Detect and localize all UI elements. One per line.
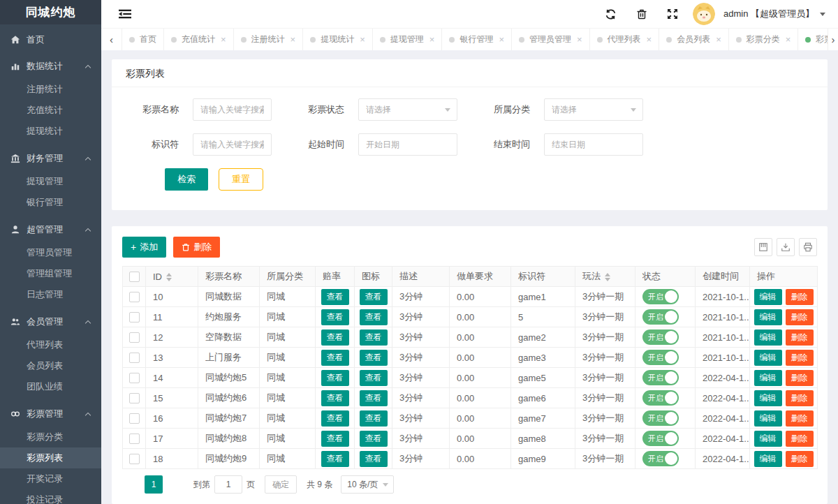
refresh-icon[interactable] (605, 8, 617, 20)
view-icon-button[interactable]: 查看 (360, 309, 388, 325)
sidebar-item-register-stats[interactable]: 注册统计 (0, 79, 101, 100)
row-checkbox[interactable] (129, 312, 140, 323)
sidebar-item-bet-records[interactable]: 投注记录 (0, 489, 101, 504)
close-icon[interactable]: × (499, 35, 504, 44)
export-icon[interactable] (777, 238, 795, 256)
sort-icon[interactable] (166, 273, 172, 281)
delete-row-button[interactable]: 删除 (786, 370, 814, 386)
fullscreen-icon[interactable] (666, 8, 679, 20)
tab-home[interactable]: 首页 (122, 29, 164, 50)
sidebar-section-finance[interactable]: 财务管理 (0, 147, 101, 170)
sidebar-item-lottery-category[interactable]: 彩票分类 (0, 427, 101, 447)
status-toggle[interactable]: 开启 (642, 329, 679, 345)
edit-button[interactable]: 编辑 (754, 431, 782, 447)
status-toggle[interactable]: 开启 (642, 390, 679, 406)
row-checkbox[interactable] (129, 353, 140, 363)
delete-row-button[interactable]: 删除 (786, 451, 814, 467)
end-date-input[interactable] (544, 133, 643, 156)
status-toggle[interactable]: 开启 (642, 350, 679, 365)
view-odds-button[interactable]: 查看 (321, 350, 349, 366)
row-checkbox[interactable] (129, 433, 140, 444)
sidebar-item-recharge-stats[interactable]: 充值统计 (0, 100, 101, 121)
status-toggle[interactable]: 开启 (642, 289, 679, 304)
tab-register-stats[interactable]: 注册统计× (234, 29, 304, 50)
edit-button[interactable]: 编辑 (754, 289, 782, 305)
sidebar-section-lottery[interactable]: 彩票管理 (0, 403, 101, 425)
view-odds-button[interactable]: 查看 (321, 309, 349, 325)
tab-agent-list[interactable]: 代理列表× (590, 29, 660, 50)
tab-admin-manage[interactable]: 管理员管理× (512, 29, 590, 50)
view-icon-button[interactable]: 查看 (360, 451, 388, 467)
view-odds-button[interactable]: 查看 (321, 329, 349, 346)
view-icon-button[interactable]: 查看 (360, 329, 388, 346)
sidebar-item-member-list[interactable]: 会员列表 (0, 355, 101, 376)
close-icon[interactable]: × (360, 35, 365, 44)
edit-button[interactable]: 编辑 (754, 390, 782, 406)
start-date-input[interactable] (358, 133, 457, 156)
view-icon-button[interactable]: 查看 (360, 431, 388, 447)
status-toggle[interactable]: 开启 (642, 370, 679, 385)
lottery-status-select[interactable]: 请选择 (358, 98, 457, 121)
close-icon[interactable]: × (786, 35, 791, 44)
tab-withdraw-manage[interactable]: 提现管理× (373, 29, 443, 50)
avatar[interactable] (693, 3, 715, 25)
delete-row-button[interactable]: 删除 (786, 350, 814, 366)
sidebar-item-withdraw-stats[interactable]: 提现统计 (0, 121, 101, 142)
sidebar-item-admin-group-manage[interactable]: 管理组管理 (0, 263, 101, 284)
close-icon[interactable]: × (647, 35, 652, 44)
edit-button[interactable]: 编辑 (754, 309, 782, 325)
view-icon-button[interactable]: 查看 (360, 350, 388, 366)
delete-row-button[interactable]: 删除 (786, 329, 814, 346)
status-toggle[interactable]: 开启 (642, 410, 679, 426)
sidebar-item-lottery-list[interactable]: 彩票列表 (0, 447, 101, 468)
filter-columns-icon[interactable] (754, 238, 772, 256)
print-icon[interactable] (799, 238, 817, 256)
tab-lottery-list[interactable]: 彩票列表× (798, 29, 828, 50)
page-1-button[interactable]: 1 (145, 475, 163, 494)
sidebar-section-members[interactable]: 会员管理 (0, 311, 101, 333)
sidebar-section-admin[interactable]: 超管管理 (0, 218, 101, 241)
goto-confirm-button[interactable]: 确定 (265, 475, 297, 494)
delete-row-button[interactable]: 删除 (786, 431, 814, 447)
edit-button[interactable]: 编辑 (754, 350, 782, 366)
status-toggle[interactable]: 开启 (642, 451, 679, 466)
row-checkbox[interactable] (129, 393, 140, 403)
delete-row-button[interactable]: 删除 (786, 289, 814, 305)
view-icon-button[interactable]: 查看 (360, 390, 388, 406)
sidebar-item-agent-list[interactable]: 代理列表 (0, 334, 101, 355)
close-icon[interactable]: × (429, 35, 435, 44)
tab-bank-manage[interactable]: 银行管理× (442, 29, 512, 50)
view-icon-button[interactable]: 查看 (360, 289, 388, 305)
view-odds-button[interactable]: 查看 (321, 370, 349, 386)
row-checkbox[interactable] (129, 373, 140, 383)
close-icon[interactable]: × (291, 35, 296, 44)
sort-icon[interactable] (605, 273, 610, 281)
sidebar-item-admin-manage[interactable]: 管理员管理 (0, 242, 101, 263)
tab-recharge-stats[interactable]: 充值统计× (164, 29, 234, 50)
tabs-scroll-left[interactable]: ‹ (101, 29, 122, 50)
view-odds-button[interactable]: 查看 (321, 289, 349, 305)
delete-row-button[interactable]: 删除 (786, 390, 814, 406)
close-icon[interactable]: × (716, 35, 721, 44)
sidebar-item-team-performance[interactable]: 团队业绩 (0, 376, 101, 397)
tab-withdraw-stats[interactable]: 提现统计× (303, 29, 373, 50)
row-checkbox[interactable] (129, 292, 140, 302)
close-icon[interactable]: × (577, 35, 582, 44)
search-button[interactable]: 检索 (165, 168, 208, 191)
status-toggle[interactable]: 开启 (642, 309, 679, 325)
status-toggle[interactable]: 开启 (642, 431, 679, 446)
category-select[interactable]: 请选择 (544, 98, 643, 121)
goto-page-input[interactable] (214, 475, 242, 494)
code-input[interactable] (193, 133, 272, 156)
row-checkbox[interactable] (129, 454, 140, 464)
lottery-name-input[interactable] (193, 98, 272, 121)
per-page-select[interactable]: 10 条/页 (341, 475, 394, 494)
next-page-button[interactable] (167, 475, 185, 494)
collapse-sidebar-icon[interactable] (119, 8, 131, 20)
reset-button[interactable]: 重置 (219, 168, 263, 191)
delete-row-button[interactable]: 删除 (786, 309, 814, 325)
sidebar-item-draw-records[interactable]: 开奖记录 (0, 468, 101, 489)
view-odds-button[interactable]: 查看 (321, 410, 349, 427)
row-checkbox[interactable] (129, 413, 140, 424)
edit-button[interactable]: 编辑 (754, 451, 782, 467)
